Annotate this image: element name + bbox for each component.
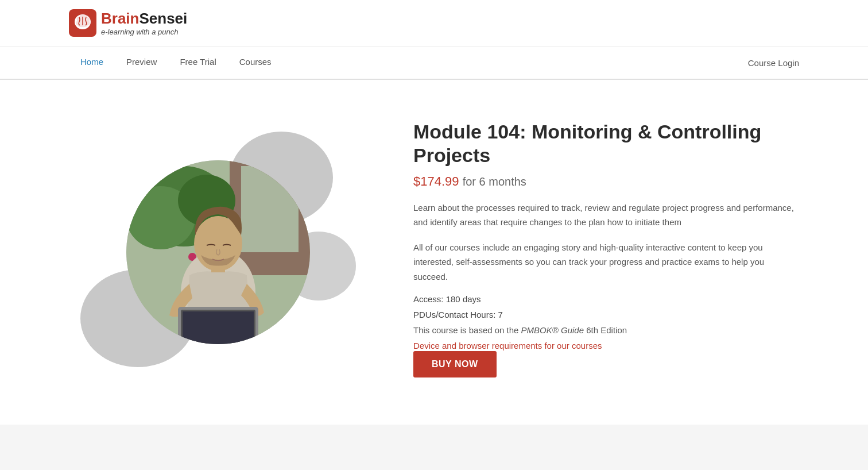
course-access: Access: 180 days xyxy=(413,294,799,304)
nav-link-courses[interactable]: Courses xyxy=(228,47,283,79)
nav-login[interactable]: Course Login xyxy=(748,48,799,78)
nav-link-home[interactable]: Home xyxy=(69,47,115,79)
nav-bar: Home Preview Free Trial Courses Course L… xyxy=(0,47,868,80)
footer-area xyxy=(0,425,868,448)
course-title: Module 104: Monitoring & Controlling Pro… xyxy=(413,120,799,167)
nav-link-free-trial[interactable]: Free Trial xyxy=(168,47,227,79)
image-area xyxy=(69,114,367,390)
logo-sensei: Sensei xyxy=(139,10,187,27)
pmbok-title: PMBOK® Guide xyxy=(521,325,584,335)
course-pmbok: This course is based on the PMBOK® Guide… xyxy=(413,325,799,335)
person-illustration xyxy=(126,160,310,344)
device-requirements-link[interactable]: Device and browser requirements for our … xyxy=(413,341,602,350)
course-description-1: Learn about the processes required to tr… xyxy=(413,201,799,230)
course-pdus: PDUs/Contact Hours: 7 xyxy=(413,310,799,319)
price-duration: for 6 months xyxy=(463,175,526,188)
course-price: $174.99 for 6 months xyxy=(413,174,799,189)
price-value: $174.99 xyxy=(413,174,459,188)
logo-area: BrainSensei e-learning with a punch xyxy=(69,9,187,37)
pmbok-edition: 6th Edition xyxy=(584,325,627,335)
cloud-container xyxy=(69,114,367,390)
nav-links: Home Preview Free Trial Courses xyxy=(69,47,748,79)
logo-brand: BrainSensei xyxy=(101,10,187,28)
course-info: Module 104: Monitoring & Controlling Pro… xyxy=(413,114,799,377)
nav-link-preview[interactable]: Preview xyxy=(115,47,168,79)
logo-brain: Brain xyxy=(101,10,139,27)
logo-text: BrainSensei e-learning with a punch xyxy=(101,10,187,37)
svg-rect-16 xyxy=(183,311,254,344)
logo-icon xyxy=(69,9,96,37)
course-description-2: All of our courses include an engaging s… xyxy=(413,240,799,284)
buy-now-button[interactable]: Buy Now xyxy=(413,351,497,377)
person-circle xyxy=(126,160,310,344)
logo-tagline: e-learning with a punch xyxy=(101,28,187,37)
pmbok-prefix: This course is based on the xyxy=(413,325,521,335)
header: BrainSensei e-learning with a punch xyxy=(0,0,868,47)
main-content: Module 104: Monitoring & Controlling Pro… xyxy=(0,80,868,425)
